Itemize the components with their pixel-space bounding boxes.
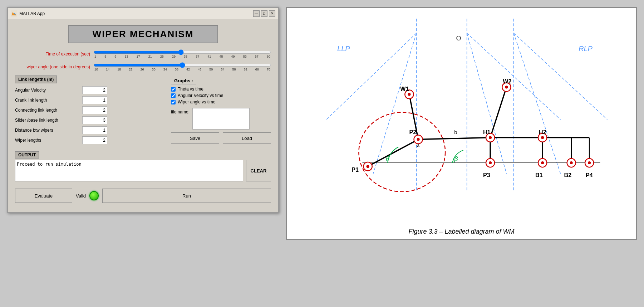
link-lengths-header: Link lengeths (m) [15,75,57,83]
angle-slider[interactable] [94,63,271,68]
svg-rect-0 [11,10,17,17]
time-slider-row: Time of execution (sec) 1 5 9 13 17 21 2… [15,50,271,58]
angular-velocity-input[interactable] [82,86,107,94]
angle-slider-row: wiper angle (one side,in degrees) 10 14 … [15,63,271,71]
p2-text: P2 [409,129,416,135]
time-slider-ticks: 1 5 9 13 17 21 25 29 33 37 41 45 49 53 5… [94,55,271,58]
p3-text: P3 [483,172,490,178]
theta-label: θ [386,155,389,162]
p1-text: P1 [352,166,359,173]
param-row-3: Slider /base link length [15,116,164,124]
right-col: Graphs : Theta vs time Angular Velocity … [171,75,271,146]
param-row-1: Crank link length [15,96,164,104]
diagram-panel: LLP RLP O [286,7,637,240]
svg-point-27 [541,136,544,139]
svg-point-23 [417,138,420,141]
o-label: O [456,35,461,42]
checkbox-row-0: Theta vs time [171,87,271,92]
two-col-layout: Link lengeths (m) Angular Velocity Crank… [15,75,271,146]
svg-point-29 [570,161,573,164]
angle-slider-ticks: 10 14 18 22 26 30 34 38 42 46 50 54 58 6… [94,68,271,71]
time-slider-label: Time of execution (sec) [15,52,90,57]
output-row: Proceed to run simulation CLEAR [15,160,271,181]
file-name-row: file name: [171,108,271,130]
matlab-icon [11,10,17,17]
output-textarea[interactable]: Proceed to run simulation [15,160,243,181]
p4-text: P4 [586,172,593,178]
save-load-row: Save Load [171,132,271,144]
svg-point-31 [505,86,508,89]
beta-label: β [454,155,458,162]
time-slider-container: 1 5 9 13 17 21 25 29 33 37 41 45 49 53 5… [94,50,271,58]
w2-text: W2 [503,78,511,84]
evaluate-button[interactable]: Evaluate [15,189,72,203]
load-button[interactable]: Load [223,132,271,144]
param-label-1: Crank link length [15,98,79,103]
b1-text: B1 [535,172,543,178]
param-row-5: Wiper lengths [15,136,164,144]
diagram-svg-container: LLP RLP O [290,11,633,224]
graphs-section: Graphs : Theta vs time Angular Velocity … [171,77,271,104]
svg-point-22 [367,165,369,168]
app-title-box: WIPER MECHANISM [68,25,218,43]
app-title: WIPER MECHANISM [93,29,194,39]
crank-link-input[interactable] [82,96,107,104]
diagram-caption: Figure 3.3 – Labelled diagram of WM [408,228,514,235]
svg-rect-1 [290,11,633,220]
title-bar-controls: — □ ✕ [253,10,275,17]
clear-button[interactable]: CLEAR [246,160,271,181]
angular-vel-checkbox[interactable] [171,93,176,98]
svg-point-25 [588,161,591,164]
title-bar: MATLAB App — □ ✕ [8,8,278,19]
slider-base-input[interactable] [82,116,107,124]
output-label: OUTPUT [15,151,39,159]
angle-slider-container: 10 14 18 22 26 30 34 38 42 46 50 54 58 6… [94,63,271,71]
wiper-lengths-input[interactable] [82,136,107,144]
output-section: OUTPUT Proceed to run simulation CLEAR [15,151,271,181]
a-label: a [417,142,420,148]
param-row-4: Distance btw wipers [15,126,164,134]
theta-checkbox[interactable] [171,87,176,92]
svg-point-30 [408,93,411,96]
h1-text: H1 [483,129,491,135]
close-button[interactable]: ✕ [269,10,275,17]
maximize-button[interactable]: □ [261,10,267,17]
minimize-button[interactable]: — [253,10,260,17]
matlab-window: MATLAB App — □ ✕ WIPER MECHANISM Time of… [7,7,279,213]
theta-label: Theta vs time [178,87,203,92]
app-content: WIPER MECHANISM Time of execution (sec) … [8,19,278,212]
run-button[interactable]: Run [102,189,271,203]
param-row-0: Angular Velocity [15,86,164,94]
time-slider[interactable] [94,50,271,55]
distance-wipers-input[interactable] [82,126,107,134]
param-label-2: Connecting link length [15,108,79,113]
valid-label: Valid [76,193,86,199]
angular-vel-label: Angular Velocity vs time [178,93,223,98]
svg-point-24 [489,161,492,164]
svg-point-28 [541,161,544,164]
b2-text: B2 [564,172,572,178]
left-col: Link lengeths (m) Angular Velocity Crank… [15,75,164,146]
save-button[interactable]: Save [171,132,219,144]
llp-label: LLP [337,45,350,53]
window-title: MATLAB App [19,11,45,16]
title-bar-left: MATLAB App [11,10,45,17]
diagram-svg: LLP RLP O [290,11,633,220]
connecting-link-input[interactable] [82,106,107,114]
w1-text: W1 [400,86,409,92]
bottom-row: Evaluate Valid Run [15,189,271,206]
checkbox-row-2: Wiper angle vs time [171,99,271,104]
rlp-label: RLP [579,45,593,53]
param-label-3: Slider /base link length [15,118,79,123]
svg-point-26 [489,136,492,139]
file-name-label: file name: [171,108,190,114]
angle-slider-label: wiper angle (one side,in degrees) [15,64,90,69]
b-label: b [454,129,457,135]
wiper-angle-checkbox[interactable] [171,100,176,104]
param-row-2: Connecting link length [15,106,164,114]
file-name-input[interactable] [192,108,250,130]
param-label-5: Wiper lengths [15,138,79,143]
param-label-0: Angular Velocity [15,88,79,93]
graphs-label: Graphs : [171,77,196,84]
param-label-4: Distance btw wipers [15,128,79,133]
